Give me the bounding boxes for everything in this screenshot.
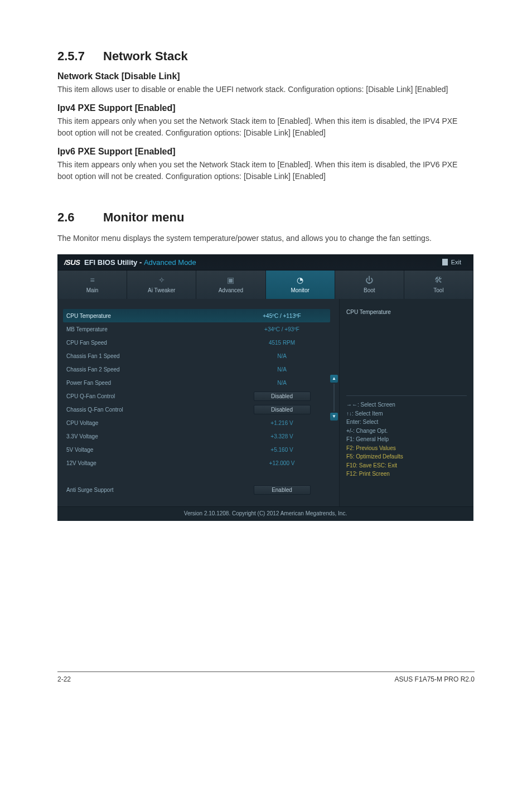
setting-row-chassis-q-fan-control[interactable]: Chassis Q-Fan ControlDisabled	[66, 403, 330, 416]
help-line: F5: Optimized Defaults	[346, 452, 467, 461]
setting-row-chassis-fan-1-speed[interactable]: Chassis Fan 1 SpeedN/A	[66, 349, 330, 363]
setting-value: N/A	[234, 366, 330, 373]
bios-title-bar: /SUS EFI BIOS Utility - Advanced Mode Ex…	[57, 254, 473, 270]
section-26-heading: 2.6 Monitor menu	[57, 210, 475, 225]
scroll-track	[333, 384, 335, 412]
help-line: +/-: Change Opt.	[346, 427, 467, 436]
setting-label: CPU Fan Speed	[66, 340, 234, 346]
setting-label: Anti Surge Support	[66, 487, 234, 493]
bios-title-a: EFI BIOS Utility -	[84, 258, 144, 267]
setting-row-cpu-temperature[interactable]: CPU Temperature+45ºC / +113ºF	[63, 309, 330, 322]
help-line: F1: General Help	[346, 435, 467, 444]
tab-boot[interactable]: ⏻Boot	[335, 270, 404, 299]
section-26-intro: The Monitor menu displays the system tem…	[57, 233, 475, 244]
setting-row-power-fan-speed[interactable]: Power Fan SpeedN/A	[66, 376, 330, 389]
exit-icon	[442, 259, 448, 265]
help-line: F2: Previous Values	[346, 444, 467, 453]
setting-label: CPU Voltage	[66, 420, 234, 426]
tab-label: Monitor	[266, 287, 335, 293]
gauge-icon: ◔	[297, 276, 303, 284]
setting-value: +12.000 V	[234, 460, 330, 466]
footer-page-number: 2-22	[57, 675, 71, 683]
tab-main[interactable]: ≡Main	[57, 270, 127, 299]
tweak-icon: ✧	[158, 276, 165, 284]
setting-row-3-3v-voltage[interactable]: 3.3V Voltage+3.328 V	[66, 429, 330, 443]
setting-value: N/A	[234, 353, 330, 359]
setting-value: +45ºC / +113ºF	[234, 313, 330, 319]
section-257-heading: 2.5.7 Network Stack	[57, 49, 475, 64]
option-body-ipv4: This item appears only when you set the …	[57, 115, 475, 139]
setting-row-5v-voltage[interactable]: 5V Voltage+5.160 V	[66, 443, 330, 456]
setting-row-12v-voltage[interactable]: 12V Voltage+12.000 V	[66, 456, 330, 470]
tab-tool[interactable]: 🛠Tool	[404, 270, 473, 299]
help-divider	[346, 395, 467, 396]
help-line: →←: Select Screen	[346, 400, 467, 409]
setting-value: +1.216 V	[234, 420, 330, 426]
help-line: F10: Save ESC: Exit	[346, 461, 467, 470]
setting-row-cpu-q-fan-control[interactable]: CPU Q-Fan ControlDisabled	[66, 389, 330, 403]
bios-title-b: Advanced Mode	[144, 258, 196, 267]
setting-value-button[interactable]: Disabled	[254, 392, 311, 401]
setting-label: Chassis Fan 2 Speed	[66, 366, 234, 373]
exit-button[interactable]: Exit	[437, 258, 467, 267]
setting-row-cpu-voltage[interactable]: CPU Voltage+1.216 V	[66, 416, 330, 429]
asus-brand: /SUS	[64, 258, 80, 267]
tab-label: Tool	[404, 287, 473, 293]
setting-row-chassis-fan-2-speed[interactable]: Chassis Fan 2 SpeedN/A	[66, 363, 330, 376]
exit-label: Exit	[451, 259, 461, 265]
setting-label: CPU Temperature	[66, 313, 234, 319]
section-257-number: 2.5.7	[57, 49, 103, 64]
tab-advanced[interactable]: ▣Advanced	[196, 270, 265, 299]
tab-monitor[interactable]: ◔Monitor	[266, 270, 335, 299]
tab-label: Main	[58, 287, 127, 293]
setting-row-mb-temperature[interactable]: MB Temperature+34ºC / +93ºF	[66, 322, 330, 336]
scroll-up-icon[interactable]: ▲	[330, 375, 338, 383]
setting-value: +5.160 V	[234, 447, 330, 453]
setting-value: N/A	[234, 380, 330, 386]
option-heading-network-stack: Network Stack [Disable Link]	[57, 71, 475, 81]
tool-icon: 🛠	[434, 276, 442, 284]
setting-label: CPU Q-Fan Control	[66, 393, 234, 399]
bios-logo: /SUS EFI BIOS Utility - Advanced Mode	[64, 258, 196, 267]
setting-row-anti-surge-support[interactable]: Anti Surge SupportEnabled	[66, 483, 330, 496]
setting-value: 4515 RPM	[234, 340, 330, 346]
help-line: F12: Print Screen	[346, 470, 467, 479]
chip-icon: ▣	[227, 276, 234, 284]
tab-label: Boot	[335, 287, 404, 293]
setting-label: MB Temperature	[66, 326, 234, 332]
option-heading-ipv6: Ipv6 PXE Support [Enabled]	[57, 147, 475, 157]
bios-footer: Version 2.10.1208. Copyright (C) 2012 Am…	[57, 506, 473, 521]
setting-label: Chassis Q-Fan Control	[66, 407, 234, 413]
option-body-ipv6: This item appears only when you set the …	[57, 159, 475, 182]
setting-value-button[interactable]: Disabled	[254, 405, 311, 414]
tab-label: Advanced	[196, 287, 265, 293]
bios-settings-panel: CPU Temperature+45ºC / +113ºFMB Temperat…	[57, 299, 339, 506]
setting-value-button[interactable]: Enabled	[254, 485, 311, 495]
help-line: ↑↓: Select Item	[346, 409, 467, 418]
setting-label: Power Fan Speed	[66, 380, 234, 386]
power-icon: ⏻	[365, 276, 373, 284]
option-body-network-stack: This item allows user to disable or enab…	[57, 84, 475, 95]
setting-row-spacer	[66, 470, 330, 483]
setting-label: 5V Voltage	[66, 447, 234, 453]
setting-label: 12V Voltage	[66, 460, 234, 466]
bios-tab-bar: ≡Main✧Ai Tweaker▣Advanced◔Monitor⏻Boot🛠T…	[57, 270, 473, 299]
bios-screenshot: /SUS EFI BIOS Utility - Advanced Mode Ex…	[57, 254, 473, 521]
section-26-number: 2.6	[57, 210, 103, 225]
setting-label: Chassis Fan 1 Speed	[66, 353, 234, 359]
tab-label: Ai Tweaker	[127, 287, 196, 293]
help-shortcuts: →←: Select Screen↑↓: Select ItemEnter: S…	[346, 400, 467, 479]
setting-label: 3.3V Voltage	[66, 433, 234, 439]
footer-product-name: ASUS F1A75-M PRO R2.0	[395, 675, 475, 683]
page-footer: 2-22 ASUS F1A75-M PRO R2.0	[0, 671, 532, 706]
setting-value: +3.328 V	[234, 433, 330, 439]
bios-scrollbar[interactable]: ▲ ▼	[330, 375, 338, 421]
help-line: Enter: Select	[346, 418, 467, 427]
list-icon: ≡	[90, 276, 95, 284]
tab-ai-tweaker[interactable]: ✧Ai Tweaker	[127, 270, 196, 299]
setting-row-cpu-fan-speed[interactable]: CPU Fan Speed4515 RPM	[66, 336, 330, 349]
section-257-title: Network Stack	[103, 49, 188, 64]
scroll-down-icon[interactable]: ▼	[330, 413, 338, 421]
bios-help-panel: CPU Temperature →←: Select Screen↑↓: Sel…	[339, 299, 473, 506]
section-26-title: Monitor menu	[103, 210, 184, 225]
